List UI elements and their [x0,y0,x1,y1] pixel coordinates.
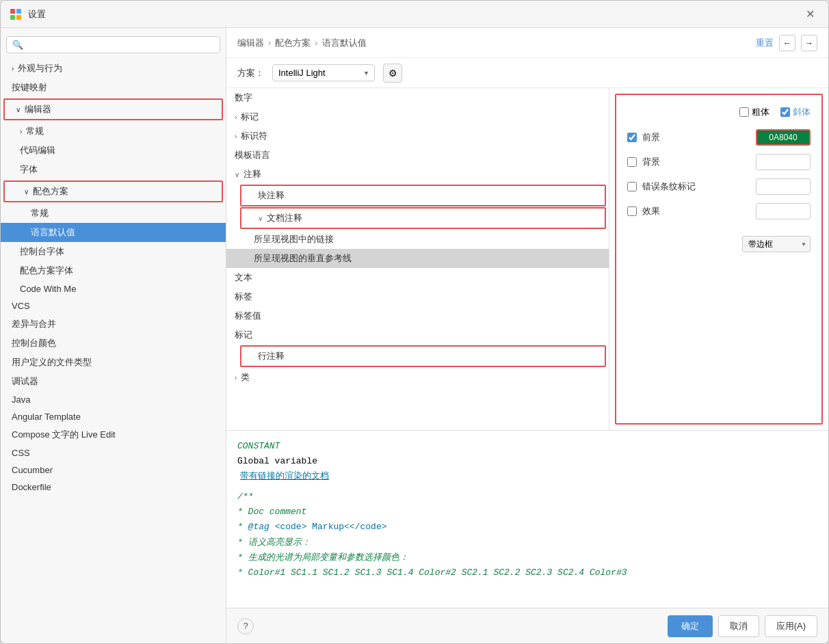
sidebar-item-angular[interactable]: Angular Template [1,408,226,425]
tree-item-line-comment[interactable]: 行注释 [241,347,605,366]
sidebar-item-css[interactable]: CSS [1,444,226,461]
sidebar-item-vcs[interactable]: VCS [1,297,226,314]
sidebar-item-label: Dockerfile [12,482,51,492]
tree-item-doc-comment[interactable]: ∨ 文档注释 [241,209,605,228]
tree-item-link-in-view[interactable]: 所呈现视图中的链接 [226,230,609,249]
preview-scrollbar[interactable] [812,439,817,580]
sidebar-item-label: 差异与合并 [12,318,56,330]
preview-semantic: * 语义高亮显示： [237,535,812,550]
back-button[interactable]: ← [779,35,795,51]
error-row: 错误条纹标记 [627,178,811,195]
settings-window: 设置 ✕ 🔍 › 外观与行为 按键映射 ∨ 编辑器 [0,0,829,644]
sidebar-item-compose[interactable]: Compose 文字的 Live Edit [1,425,226,444]
preview-linked-doc-text: 带有链接的渲染的文档 [240,471,329,481]
sidebar-item-label: 字体 [20,163,38,176]
preview-constant-text: CONSTANT [237,441,280,451]
preview-panel: CONSTANT Global variable 带有链接的渲染的文档 /** [226,430,828,608]
title-bar: 设置 ✕ [1,1,828,28]
bottom-actions: 确定 取消 应用(A) [668,615,817,637]
effect-checkbox[interactable] [627,206,637,216]
sidebar-item-color-scheme[interactable]: ∨ 配色方案 [5,182,222,201]
bg-checkbox[interactable] [627,157,637,167]
fg-color-box[interactable]: 0A8040 [756,129,811,146]
tree-item-label: 所呈现视图的垂直参考线 [254,252,352,265]
tree-item-block-comment[interactable]: 块注释 [241,186,605,205]
effect-color-box[interactable] [756,203,811,219]
sidebar-item-diff[interactable]: 差异与合并 [1,314,226,334]
tree-item-label: 注释 [244,168,261,180]
sidebar-item-lang-defaults[interactable]: 语言默认值 [1,223,226,242]
help-button[interactable]: ? [237,618,254,634]
sidebar-item-console-colors[interactable]: 控制台颜色 [1,334,226,353]
tree-item-numbers[interactable]: 数字 [226,88,609,107]
sidebar-item-label: VCS [12,301,30,311]
sidebar-item-debugger[interactable]: 调试器 [1,372,226,391]
sidebar-item-label: CSS [12,448,30,458]
sidebar-item-cs-general[interactable]: 常规 [1,204,226,223]
preview-hint: * 生成的光谱为局部变量和参数选择颜色： [237,550,812,565]
bold-checkbox[interactable] [739,107,749,117]
tree-item-template-lang[interactable]: 模板语言 [226,146,609,165]
sidebar-item-keymap[interactable]: 按键映射 [1,78,226,97]
sidebar-item-label: 外观与行为 [18,62,62,75]
search-input[interactable] [26,40,214,50]
tree-item-identifiers[interactable]: › 标识符 [226,126,609,146]
breadcrumb-color-scheme: 配色方案 [275,37,311,49]
sidebar-item-code-with-me[interactable]: Code With Me [1,280,226,297]
sidebar-item-appearance[interactable]: › 外观与行为 [1,59,226,78]
tree-item-tags[interactable]: 标签 [226,287,609,306]
sidebar-item-font[interactable]: 字体 [1,160,226,179]
expand-icon: › [235,133,237,140]
tree-item-text[interactable]: 文本 [226,268,609,287]
sidebar-item-editor[interactable]: ∨ 编辑器 [5,100,222,119]
error-color-box[interactable] [756,178,811,195]
apply-button[interactable]: 应用(A) [765,615,817,637]
fg-label: 前景 [642,131,750,144]
tree-item-vert-guide[interactable]: 所呈现视图的垂直参考线 [226,249,609,268]
sidebar-item-cucumber[interactable]: Cucumber [1,461,226,479]
effect-dropdown-wrap: 带边框 下划线 波浪线 无 [742,236,811,252]
tree-item-mark[interactable]: 标记 [226,325,609,345]
tree-item-labels[interactable]: › 标记 [226,107,609,126]
close-button[interactable]: ✕ [800,5,820,23]
sidebar-item-label: 常规 [26,125,44,137]
italic-checkbox[interactable] [780,107,790,117]
sidebar-item-general[interactable]: › 常规 [1,122,226,141]
tree-item-label: 标记 [235,329,252,341]
preview-doc-markup: Markup<</code> [312,522,386,532]
reset-button[interactable]: 重置 [756,37,774,49]
sidebar-item-user-file-types[interactable]: 用户定义的文件类型 [1,353,226,372]
confirm-button[interactable]: 确定 [668,615,713,637]
error-checkbox[interactable] [627,182,637,191]
sidebar-item-label: 语言默认值 [31,226,75,239]
color-scheme-section-border: ∨ 配色方案 [3,180,223,202]
bg-color-box[interactable] [756,154,811,170]
properties-panel: 粗体 斜体 前景 0A8040 [615,94,823,425]
fg-checkbox[interactable] [627,133,637,142]
bg-label: 背景 [642,156,750,168]
forward-button[interactable]: → [801,35,817,51]
preview-global-var: Global variable [237,454,812,469]
block-comment-border: 块注释 [240,185,606,206]
preview-constant: CONSTANT [237,439,812,454]
fg-color-value: 0A8040 [769,133,797,142]
tree-item-class[interactable]: › 类 [226,368,609,387]
tree-item-comments[interactable]: ∨ 注释 [226,165,609,184]
tree-item-tag-value[interactable]: 标签值 [226,306,609,325]
sidebar-item-code-editing[interactable]: 代码编辑 [1,141,226,160]
sidebar-item-cs-font[interactable]: 配色方案字体 [1,261,226,280]
sidebar-item-java[interactable]: Java [1,391,226,408]
sidebar-item-dockerfile[interactable]: Dockerfile [1,479,226,496]
scheme-settings-button[interactable]: ⚙ [383,64,402,83]
expand-arrow: ∨ [24,188,29,196]
sidebar-item-label: 配色方案 [33,185,68,198]
header-actions: 重置 ← → [756,35,817,51]
preview-semantic-text: * 语义高亮显示： [237,537,311,548]
expand-icon: › [235,113,237,121]
scheme-dropdown-wrap: IntelliJ Light Darcula High Contrast [272,64,375,81]
sidebar-item-console-font[interactable]: 控制台字体 [1,242,226,261]
effect-dropdown[interactable]: 带边框 下划线 波浪线 无 [742,236,811,252]
search-box[interactable]: 🔍 [6,36,220,53]
cancel-button[interactable]: 取消 [718,615,759,637]
scheme-select[interactable]: IntelliJ Light Darcula High Contrast [272,64,375,81]
